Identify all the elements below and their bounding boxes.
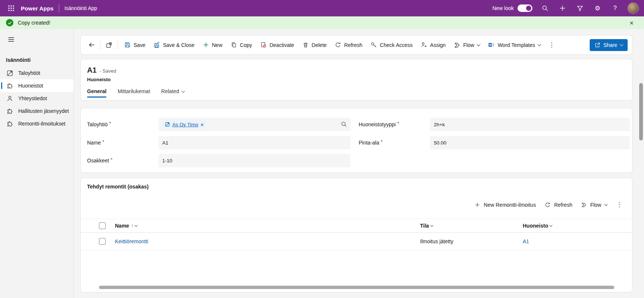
search-icon[interactable] bbox=[540, 3, 550, 13]
huoneistotyyppi-field[interactable]: 2h+k bbox=[430, 118, 630, 131]
chevron-down-icon bbox=[538, 42, 541, 46]
toggle-knob bbox=[526, 6, 531, 11]
refresh-button[interactable]: Refresh bbox=[331, 39, 366, 51]
gear-icon[interactable]: ⚙ bbox=[593, 3, 602, 13]
button-label: Save & Close bbox=[163, 42, 195, 48]
brand-title[interactable]: Power Apps bbox=[21, 5, 54, 12]
assign-button[interactable]: Assign bbox=[417, 39, 450, 51]
copy-button[interactable]: Copy bbox=[227, 39, 256, 51]
hamburger-menu-icon[interactable] bbox=[5, 34, 17, 47]
help-icon[interactable]: ? bbox=[610, 3, 620, 13]
button-label: Flow bbox=[590, 202, 601, 208]
app-name[interactable]: Isännöinti App bbox=[64, 5, 97, 11]
save-button[interactable]: Save bbox=[120, 39, 150, 51]
more-commands-icon[interactable]: ⋮ bbox=[545, 39, 558, 51]
field-label-taloyhtio: Taloyhtiö bbox=[87, 121, 108, 127]
tab-label: General bbox=[87, 88, 106, 94]
tab-mittarilukemat[interactable]: Mittarilukemat bbox=[118, 88, 150, 98]
puzzle-icon bbox=[6, 108, 13, 115]
popout-icon[interactable] bbox=[103, 39, 115, 51]
sidebar-item-remontti-ilmoitukset[interactable]: Remontti-ilmoitukset bbox=[0, 117, 74, 130]
deactivate-button[interactable]: Deactivate bbox=[256, 39, 298, 51]
back-icon[interactable] bbox=[85, 39, 98, 51]
delete-button[interactable]: Delete bbox=[298, 39, 331, 51]
notification-message: Copy created! bbox=[18, 20, 50, 26]
vertical-scrollbar[interactable] bbox=[639, 83, 643, 140]
row-checkbox[interactable] bbox=[99, 238, 106, 245]
horizontal-scrollbar[interactable] bbox=[99, 286, 614, 289]
subgrid-table: Name ↑ Tila Huoneisto Keittiör bbox=[81, 219, 632, 250]
subgrid-toolbar: New Remontti-ilmoitus Refresh Flow ⋮ bbox=[471, 199, 626, 211]
success-check-icon bbox=[6, 19, 13, 26]
sitemap-sidebar: Isännöinti Taloyhtiöt Huoneistot bbox=[0, 29, 74, 298]
select-all-checkbox[interactable] bbox=[99, 222, 106, 229]
button-label: Assign bbox=[430, 42, 446, 48]
record-save-status: - Saved bbox=[100, 68, 116, 74]
command-separator bbox=[118, 41, 118, 50]
share-button[interactable]: Share bbox=[590, 39, 628, 51]
topbar-divider bbox=[59, 4, 59, 12]
chevron-down-icon bbox=[477, 42, 480, 46]
save-and-close-button[interactable]: Save & Close bbox=[150, 39, 199, 51]
record-title: A1 bbox=[87, 66, 97, 74]
row-name-link[interactable]: Keittiöremontti bbox=[115, 238, 148, 244]
quick-create-plus-icon[interactable] bbox=[558, 3, 567, 13]
check-access-button[interactable]: Check Access bbox=[366, 39, 417, 51]
osakkeet-field[interactable]: 1-10 bbox=[158, 154, 350, 167]
remove-lookup-icon[interactable]: × bbox=[201, 122, 204, 127]
new-look-toggle[interactable] bbox=[518, 4, 532, 12]
waffle-icon[interactable] bbox=[5, 2, 17, 14]
sidebar-item-label: Yhteystiedot bbox=[18, 95, 47, 101]
top-app-bar: Power Apps Isännöinti App New look ⚙ ? bbox=[0, 0, 644, 16]
row-huoneisto-link[interactable]: A1 bbox=[523, 238, 529, 244]
column-header-tila[interactable]: Tila bbox=[416, 223, 518, 229]
button-label: Flow bbox=[463, 42, 474, 48]
table-row[interactable]: Keittiöremontti Ilmoitus jätetty A1 bbox=[81, 233, 632, 250]
button-label: Save bbox=[134, 42, 145, 48]
table-header-row: Name ↑ Tila Huoneisto bbox=[81, 219, 632, 233]
sidebar-item-taloyhtiot[interactable]: Taloyhtiöt bbox=[0, 67, 74, 79]
subgrid-more-commands-icon[interactable]: ⋮ bbox=[612, 199, 626, 211]
help-glyph: ? bbox=[613, 4, 616, 12]
name-field[interactable]: A1 bbox=[158, 136, 350, 149]
lookup-chip[interactable]: As Oy Timo × bbox=[162, 120, 206, 129]
pinta-ala-field[interactable]: 50.00 bbox=[430, 136, 630, 149]
required-asterisk: * bbox=[397, 121, 399, 126]
puzzle-icon bbox=[6, 82, 13, 89]
new-remontti-ilmoitus-button[interactable]: New Remontti-ilmoitus bbox=[471, 199, 539, 210]
flow-button[interactable]: Flow bbox=[450, 39, 484, 51]
building-entity-icon bbox=[6, 70, 13, 77]
filter-icon[interactable] bbox=[575, 3, 585, 13]
taloyhtio-lookup-field[interactable]: As Oy Timo × bbox=[158, 118, 350, 131]
avatar[interactable] bbox=[628, 3, 639, 14]
sidebar-item-yhteystiedot[interactable]: Yhteystiedot bbox=[0, 92, 74, 105]
required-asterisk: * bbox=[102, 139, 104, 145]
subgrid-section: Tehdyt remontit (osakas) New Remontti-il… bbox=[80, 178, 632, 292]
new-button[interactable]: New bbox=[199, 39, 227, 51]
sidebar-item-hallitusten-jasenyydet[interactable]: Hallitusten jäsenyydet bbox=[0, 105, 74, 117]
subgrid-refresh-button[interactable]: Refresh bbox=[541, 199, 576, 210]
name-field-value: A1 bbox=[162, 140, 169, 146]
column-header-huoneisto[interactable]: Huoneisto bbox=[518, 223, 632, 229]
svg-text:W: W bbox=[489, 44, 491, 46]
tab-related[interactable]: Related bbox=[161, 88, 184, 98]
chevron-down-icon bbox=[181, 89, 185, 93]
button-label: Refresh bbox=[554, 202, 572, 208]
sidebar-item-huoneistot[interactable]: Huoneistot bbox=[0, 79, 74, 92]
close-icon[interactable]: × bbox=[625, 19, 638, 26]
command-bar: Save Save & Close New Copy bbox=[80, 35, 632, 55]
tab-general[interactable]: General bbox=[87, 88, 106, 98]
column-label: Huoneisto bbox=[523, 223, 548, 229]
word-templates-button[interactable]: W Word Templates bbox=[484, 39, 545, 51]
sidebar-item-label: Huoneistot bbox=[18, 83, 43, 89]
general-form-section: Taloyhtiö * As Oy Timo × Name * bbox=[80, 108, 632, 173]
lookup-search-icon[interactable] bbox=[341, 121, 347, 129]
column-header-name[interactable]: Name ↑ bbox=[110, 223, 416, 229]
lookup-value-link[interactable]: As Oy Timo bbox=[172, 122, 198, 127]
subgrid-flow-button[interactable]: Flow bbox=[577, 199, 611, 210]
column-label: Name bbox=[115, 223, 129, 229]
selected-indicator bbox=[1, 82, 2, 89]
field-label-name: Name bbox=[87, 140, 101, 146]
button-label: New Remontti-ilmoitus bbox=[484, 202, 536, 208]
form-tabs: General Mittarilukemat Related bbox=[87, 88, 632, 98]
